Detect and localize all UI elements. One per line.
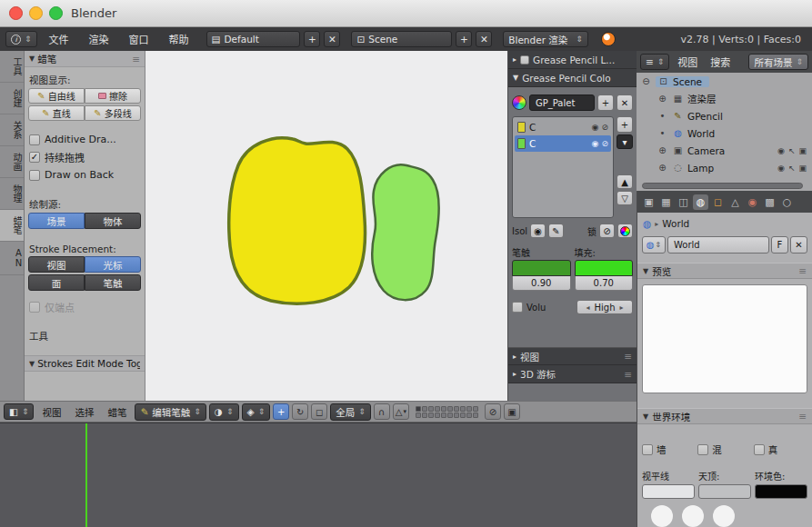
preview-panel-header[interactable]: ▼ 预览 ≡: [637, 263, 812, 279]
move-color-down-button[interactable]: ▽: [617, 191, 633, 205]
paper-sky-checkbox[interactable]: [642, 444, 653, 455]
menu-select[interactable]: 选择: [69, 405, 99, 419]
zenith-color-swatch[interactable]: [698, 484, 751, 499]
layer-dot[interactable]: [460, 413, 466, 418]
manipulator-translate-button[interactable]: +: [273, 403, 289, 420]
ambient-color-swatch[interactable]: [755, 484, 807, 499]
viewport-shading-selector[interactable]: ◑ ⇕: [209, 403, 239, 421]
placement-surface-button[interactable]: 面: [28, 274, 85, 291]
outliner-row-camera[interactable]: ⊕ ▣ Camera ◉↖▣: [637, 142, 812, 159]
opengl-render-button[interactable]: ▣: [504, 403, 520, 420]
editor-type-button[interactable]: ≡ ⇕: [640, 54, 669, 70]
menu-render[interactable]: 渲染: [81, 32, 117, 46]
scene-selector[interactable]: ⊡ Scene: [351, 31, 452, 47]
horizon-color-swatch[interactable]: [642, 484, 695, 499]
tab-render-layers[interactable]: ▦: [658, 194, 674, 210]
layer-dot[interactable]: [460, 406, 466, 412]
tab-animation[interactable]: 动画: [0, 146, 24, 178]
snap-element-button[interactable]: △▾: [393, 403, 409, 420]
yellow-stroke-shape[interactable]: [229, 138, 366, 304]
grease-pencil-panel-header[interactable]: ▼ 蜡笔 ≡: [25, 51, 145, 67]
menu-window[interactable]: 窗口: [121, 32, 157, 46]
orientation-selector[interactable]: 全局 ⇕: [330, 403, 371, 421]
placement-cursor-button[interactable]: 光标: [85, 256, 141, 273]
layer-dot[interactable]: [435, 413, 440, 418]
row-restrict-toggles[interactable]: ◉↖▣: [777, 164, 808, 173]
fill-color-swatch[interactable]: [575, 260, 634, 276]
tab-world[interactable]: ◍: [693, 194, 708, 210]
source-scene-button[interactable]: 场景: [28, 213, 85, 229]
view-panel-header[interactable]: ▸ 视图 ≡: [508, 347, 637, 365]
layer-dot[interactable]: [416, 406, 421, 412]
lock-colors-button[interactable]: ⊘: [599, 224, 615, 238]
line-button[interactable]: ✎ 直线: [28, 105, 85, 121]
tab-scene[interactable]: ◫: [676, 194, 691, 210]
color-list-item-active[interactable]: C ◉⊘: [515, 135, 611, 152]
gp-layers-panel-header[interactable]: ▸ Grease Pencil L...: [508, 51, 637, 69]
maximize-button[interactable]: [49, 6, 63, 20]
add-color-button[interactable]: +: [617, 116, 633, 133]
minimize-button[interactable]: [29, 6, 43, 20]
editor-type-button[interactable]: i ⇕: [5, 31, 37, 47]
delete-layout-button[interactable]: ✕: [324, 31, 340, 47]
layer-dot[interactable]: [447, 413, 453, 418]
editor-type-button[interactable]: ◧ ⇕: [4, 403, 34, 420]
tab-grease-pencil[interactable]: 蜡笔: [0, 210, 24, 242]
unlink-palette-button[interactable]: ✕: [617, 94, 633, 111]
tab-object[interactable]: ◻: [710, 194, 726, 210]
lock-camera-button[interactable]: ⊘: [485, 403, 501, 420]
world-panel-header[interactable]: ▼ 世界环境 ≡: [637, 408, 812, 424]
row-restrict-toggles[interactable]: ◉↖▣: [777, 146, 808, 155]
draw-on-back-checkbox[interactable]: [29, 170, 40, 181]
browse-world-button[interactable]: ◍ ⇕: [642, 236, 666, 254]
manipulator-scale-button[interactable]: ◻: [311, 403, 327, 420]
menu-help[interactable]: 帮助: [161, 32, 197, 46]
blend-sky-checkbox[interactable]: [697, 444, 708, 455]
draw-button[interactable]: ✎ 自由线: [28, 88, 85, 104]
isolate-visibility-button[interactable]: ◉: [530, 224, 546, 238]
layers-widget[interactable]: [416, 406, 478, 418]
layer-dot[interactable]: [447, 406, 453, 412]
layer-dot[interactable]: [466, 413, 472, 418]
outliner-row-lamp[interactable]: ⊕ ◌ Lamp ◉↖▣: [637, 159, 812, 176]
snap-toggle-button[interactable]: ∩: [374, 403, 390, 420]
real-sky-checkbox[interactable]: [754, 444, 765, 455]
stroke-alpha-slider[interactable]: 0.90: [512, 276, 571, 291]
source-object-button[interactable]: 物体: [85, 213, 141, 229]
fill-alpha-slider[interactable]: 0.70: [575, 276, 634, 291]
gp-colors-panel-header[interactable]: ▼ Grease Pencil Colo: [508, 69, 637, 87]
tab-tools[interactable]: 工具: [0, 51, 24, 83]
layer-dot[interactable]: [428, 413, 434, 418]
layer-dot[interactable]: [466, 406, 472, 412]
placement-stroke-button[interactable]: 笔触: [85, 274, 141, 291]
delete-scene-button[interactable]: ✕: [476, 31, 492, 47]
tab-physics[interactable]: 物理: [0, 178, 24, 210]
tab-material[interactable]: ◉: [745, 194, 760, 210]
isolate-edit-button[interactable]: ✎: [548, 224, 564, 238]
playhead[interactable]: [85, 423, 87, 527]
screen-layout-selector[interactable]: ▤ Default: [206, 31, 301, 47]
manipulator-rotate-button[interactable]: ↻: [292, 403, 308, 420]
unlink-world-button[interactable]: ✕: [790, 236, 807, 254]
tab-object-data[interactable]: △: [727, 194, 743, 210]
layer-dot[interactable]: [454, 413, 459, 418]
color-item-toggles[interactable]: ◉⊘: [592, 123, 608, 132]
menu-file[interactable]: 文件: [41, 32, 77, 46]
layer-dot[interactable]: [416, 413, 421, 418]
add-scene-button[interactable]: +: [456, 31, 472, 47]
layer-dot[interactable]: [441, 406, 446, 412]
viewport-3d[interactable]: [145, 51, 507, 401]
erase-button[interactable]: 擦除: [85, 88, 141, 104]
layer-dot[interactable]: [473, 413, 478, 418]
color-list-item[interactable]: C ◉⊘: [515, 119, 611, 135]
tab-create[interactable]: 创建: [0, 83, 24, 114]
tab-render[interactable]: ▣: [641, 194, 657, 210]
timeline[interactable]: [0, 423, 637, 527]
fake-user-button[interactable]: F: [771, 236, 788, 254]
layer-dot[interactable]: [422, 406, 427, 412]
pivot-selector[interactable]: ◈ ⇕: [242, 403, 271, 421]
green-stroke-shape[interactable]: [372, 164, 438, 300]
layer-dot[interactable]: [454, 406, 459, 412]
cursor-panel-header[interactable]: ▸ 3D 游标 ≡: [508, 365, 637, 383]
additive-checkbox[interactable]: [29, 134, 40, 145]
